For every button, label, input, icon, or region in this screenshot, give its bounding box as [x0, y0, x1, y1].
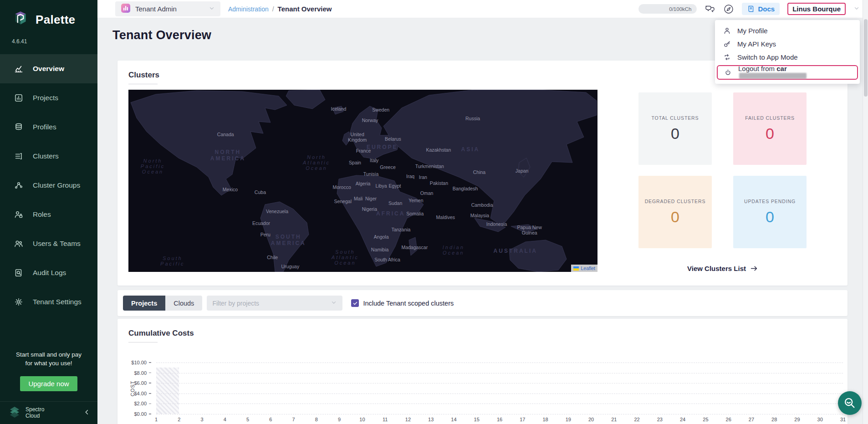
stat-tile-label: FAILED CLUSTERS: [745, 115, 795, 122]
cluster-stats-column: TOTAL CLUSTERS0FAILED CLUSTERS0DEGRADED …: [638, 92, 807, 272]
menu-item-text: Logout from: [738, 65, 775, 72]
sidebar-item-roles[interactable]: Roles: [0, 200, 97, 229]
stat-tile-value: 0: [671, 208, 679, 226]
y-tick-label: $0.00: [134, 411, 151, 417]
leaflet-attribution[interactable]: Leaflet: [571, 265, 597, 272]
chart-line-icon: [14, 64, 24, 74]
sidebar-item-label: Projects: [33, 94, 58, 102]
layers-icon: [14, 122, 24, 132]
tab-clouds[interactable]: Clouds: [165, 296, 202, 311]
sidebar-item-label: Clusters: [33, 152, 59, 160]
redacted-text: [739, 73, 807, 79]
gridline: [156, 363, 843, 363]
menu-item-label: Switch to App Mode: [737, 53, 798, 61]
sidebar-item-overview[interactable]: Overview: [0, 54, 97, 83]
x-tick-label: 17: [520, 417, 525, 422]
sidebar-item-audit-logs[interactable]: Audit Logs: [0, 258, 97, 287]
stat-tile-value: 0: [766, 125, 774, 143]
x-tick-label: 14: [451, 417, 456, 422]
sidebar-item-label: Audit Logs: [33, 269, 66, 277]
x-tick-label: 19: [566, 417, 571, 422]
user-menu-item-switch-to-app-mode[interactable]: Switch to App Mode: [715, 51, 860, 64]
title-underline: [128, 342, 158, 342]
x-tick-label: 13: [428, 417, 434, 422]
x-tick-label: 8: [315, 417, 318, 422]
chat-icon[interactable]: [705, 4, 715, 15]
sidebar-item-label: Users & Teams: [33, 240, 81, 248]
x-tick-label: 2: [178, 417, 180, 422]
tab-projects[interactable]: Projects: [123, 296, 165, 311]
footer-brand-line1: Spectro: [26, 407, 79, 413]
sidebar-item-cluster-groups[interactable]: Cluster Groups: [0, 171, 97, 200]
stat-tile-label: UPDATES PENDING: [744, 198, 796, 205]
cluster-stat-tiles: TOTAL CLUSTERS0FAILED CLUSTERS0DEGRADED …: [638, 92, 807, 248]
ukraine-flag-icon: [573, 266, 579, 271]
user-menu-item-logout-from[interactable]: Logout from car: [717, 65, 858, 80]
gridline: [156, 393, 843, 394]
y-tick-label: $10.00: [131, 360, 151, 365]
tenant-scoped-checkbox-row[interactable]: Include Tenant scoped clusters: [351, 299, 454, 307]
chart-plot-area: [156, 363, 843, 414]
user-menu-item-my-api-keys[interactable]: My API Keys: [715, 37, 860, 51]
tenant-scoped-checkbox[interactable]: [351, 299, 359, 307]
cumulative-costs-title: Cumulative Costs: [128, 329, 837, 338]
sidebar-item-label: Tenant Settings: [33, 298, 82, 306]
view-clusters-list-label: View Clusters List: [687, 265, 746, 272]
topbar: Tenant Admin Administration / Tenant Ove…: [97, 0, 868, 18]
search-assistant-fab[interactable]: [838, 391, 862, 415]
chevron-left-icon: [84, 409, 90, 415]
menu-item-text: My API Keys: [737, 40, 776, 48]
promo-line-2: for what you use!: [6, 359, 91, 368]
x-tick-label: 29: [794, 417, 800, 422]
filter-by-projects-select[interactable]: Filter by projects: [207, 296, 342, 311]
menu-item-text: Switch to App Mode: [737, 53, 798, 61]
arrow-right-icon: [750, 265, 758, 272]
x-axis: 1234567891011121314151617181920212223242…: [156, 417, 843, 424]
x-tick-label: 24: [680, 417, 685, 422]
sidebar-item-clusters[interactable]: Clusters: [0, 142, 97, 171]
world-map-svg: [128, 90, 597, 272]
x-tick-label: 31: [840, 417, 846, 422]
x-tick-label: 18: [542, 417, 548, 422]
page-scrollbar[interactable]: [863, 0, 868, 424]
upgrade-now-button[interactable]: Upgrade now: [20, 376, 77, 391]
footer-brand-line2: Cloud: [26, 413, 79, 419]
y-axis: $10.00$8.00$6.00$4.00$2.00$0.00: [117, 363, 151, 414]
book-icon: [747, 5, 755, 13]
compass-help-icon[interactable]: [723, 4, 734, 15]
gridline: [156, 373, 843, 373]
user-menu-trigger[interactable]: Linus Bourque: [787, 3, 846, 15]
x-tick-label: 16: [497, 417, 502, 422]
docs-label: Docs: [758, 5, 775, 13]
scope-tabs: Projects Clouds: [123, 296, 202, 311]
sidebar-item-tenant-settings[interactable]: Tenant Settings: [0, 287, 97, 317]
sidebar-collapse-button[interactable]: [84, 409, 90, 417]
scrollbar-thumb[interactable]: [864, 19, 868, 97]
docs-button[interactable]: Docs: [742, 3, 780, 15]
stat-tile-degraded-clusters: DEGRADED CLUSTERS0: [638, 176, 712, 248]
user-menu-item-my-profile[interactable]: My Profile: [715, 24, 860, 37]
usage-meter: 0/100kCh: [638, 4, 697, 14]
x-tick-label: 3: [200, 417, 203, 422]
no-data-hatch-band: [156, 368, 179, 414]
scope-selector[interactable]: Tenant Admin: [115, 1, 220, 16]
sidebar-item-projects[interactable]: Projects: [0, 83, 97, 112]
filter-placeholder: Filter by projects: [212, 300, 331, 307]
clusters-world-map[interactable]: IcelandSwedenNorwayRussiaCanadaUnitedKin…: [128, 90, 597, 272]
user-icon: [723, 27, 731, 35]
power-icon: [724, 69, 732, 77]
brand-row: Palette: [0, 0, 97, 32]
user-chevron-down-icon[interactable]: [853, 5, 860, 13]
sidebar-item-profiles[interactable]: Profiles: [0, 112, 97, 142]
breadcrumb-link-administration[interactable]: Administration: [228, 5, 269, 13]
user-dropdown-menu: My ProfileMy API KeysSwitch to App ModeL…: [715, 20, 860, 84]
breadcrumb-separator: /: [272, 5, 274, 13]
sidebar-item-label: Overview: [33, 65, 64, 73]
menu-item-bold-text: car: [776, 65, 787, 72]
clusters-card: Clusters: [117, 61, 848, 286]
view-clusters-list-link[interactable]: View Clusters List: [638, 265, 807, 272]
check-icon: [352, 301, 358, 306]
brand-name: Palette: [36, 13, 75, 27]
sidebar-item-users-teams[interactable]: Users & Teams: [0, 229, 97, 258]
spectro-cloud-logo-icon: [8, 406, 21, 420]
